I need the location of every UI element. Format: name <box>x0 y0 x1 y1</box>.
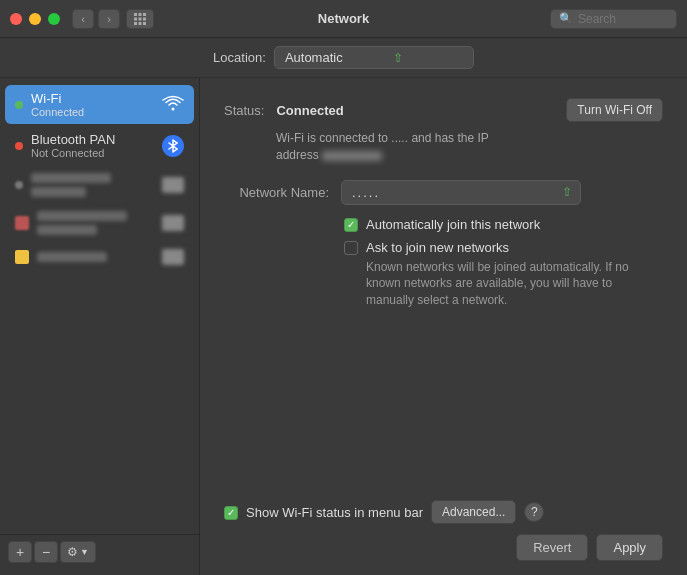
traffic-lights <box>10 13 60 25</box>
right-panel: Status: Connected Turn Wi-Fi Off Wi-Fi i… <box>200 78 687 575</box>
ip-address-blur <box>322 151 382 161</box>
wifi-status-dot <box>15 101 23 109</box>
colored-item[interactable] <box>5 243 194 271</box>
search-box[interactable]: 🔍 <box>550 9 677 29</box>
network-settings-button[interactable]: ⚙ ▼ <box>60 541 96 563</box>
network-name-select[interactable]: ..... ⇧ <box>341 180 581 205</box>
svg-point-9 <box>172 107 175 110</box>
ask-join-checkbox[interactable] <box>344 241 358 255</box>
yellow-icon <box>15 250 29 264</box>
blurred-item-1[interactable] <box>5 167 194 203</box>
svg-rect-5 <box>143 17 146 20</box>
help-button[interactable]: ? <box>524 502 544 522</box>
maximize-button[interactable] <box>48 13 60 25</box>
bottom-bar: ✓ Show Wi-Fi status in menu bar Advanced… <box>224 500 663 524</box>
titlebar: ‹ › Network 🔍 <box>0 0 687 38</box>
status-description: Wi-Fi is connected to ..... and has the … <box>276 130 663 164</box>
network-name-value: ..... <box>352 185 562 200</box>
bt-info: Bluetooth PAN Not Connected <box>31 132 115 159</box>
main-content: Wi-Fi Connected Bluetooth PAN <box>0 78 687 575</box>
forward-button[interactable]: › <box>98 9 120 29</box>
bt-status-dot <box>15 142 23 150</box>
status-value: Connected <box>276 103 343 118</box>
blurred-item-2[interactable] <box>5 205 194 241</box>
sidebar-item-wifi[interactable]: Wi-Fi Connected <box>5 85 194 124</box>
ask-join-row: Ask to join new networks <box>344 240 663 255</box>
sidebar-toolbar: + − ⚙ ▼ <box>0 534 199 569</box>
search-input[interactable] <box>578 12 668 26</box>
ask-join-label: Ask to join new networks <box>366 240 509 255</box>
bt-status: Not Connected <box>31 147 115 159</box>
network-name-label: Network Name: <box>224 185 329 200</box>
location-arrow-icon: ⇧ <box>393 51 403 65</box>
remove-network-button[interactable]: − <box>34 541 58 563</box>
gear-icon: ⚙ <box>67 545 78 559</box>
bt-name: Bluetooth PAN <box>31 132 115 147</box>
wifi-status: Connected <box>31 106 84 118</box>
close-button[interactable] <box>10 13 22 25</box>
revert-button[interactable]: Revert <box>516 534 588 561</box>
location-bar: Location: Automatic ⇧ <box>0 38 687 78</box>
auto-join-checkbox[interactable]: ✓ <box>344 218 358 232</box>
apps-button[interactable] <box>126 9 154 29</box>
window-title: Network <box>318 11 369 26</box>
status-row: Status: Connected Turn Wi-Fi Off <box>224 98 663 122</box>
advanced-button[interactable]: Advanced... <box>431 500 516 524</box>
network-name-row: Network Name: ..... ⇧ <box>224 180 663 205</box>
show-wifi-label: Show Wi-Fi status in menu bar <box>246 505 423 520</box>
sidebar-bt-left: Bluetooth PAN Not Connected <box>15 132 115 159</box>
sidebar-wifi-left: Wi-Fi Connected <box>15 91 84 118</box>
auto-join-row: ✓ Automatically join this network <box>344 217 663 232</box>
options-area: ✓ Automatically join this network Ask to… <box>344 217 663 309</box>
sidebar: Wi-Fi Connected Bluetooth PAN <box>0 78 200 575</box>
nav-buttons: ‹ › <box>72 9 120 29</box>
apply-button[interactable]: Apply <box>596 534 663 561</box>
minimize-button[interactable] <box>29 13 41 25</box>
gear-arrow-icon: ▼ <box>80 547 89 557</box>
wifi-name: Wi-Fi <box>31 91 84 106</box>
status-label: Status: <box>224 103 264 118</box>
show-wifi-row: ✓ Show Wi-Fi status in menu bar <box>224 505 423 520</box>
wifi-info: Wi-Fi Connected <box>31 91 84 118</box>
svg-rect-4 <box>139 17 142 20</box>
svg-rect-6 <box>134 22 137 25</box>
sidebar-item-bluetooth[interactable]: Bluetooth PAN Not Connected <box>5 126 194 165</box>
svg-rect-0 <box>134 13 137 16</box>
auto-join-label: Automatically join this network <box>366 217 540 232</box>
svg-rect-1 <box>139 13 142 16</box>
show-wifi-checkbox[interactable]: ✓ <box>224 506 238 520</box>
ask-join-description: Known networks will be joined automatica… <box>366 259 663 309</box>
bottom-actions: Revert Apply <box>224 534 663 561</box>
network-name-arrow-icon: ⇧ <box>562 185 572 199</box>
turn-wifi-button[interactable]: Turn Wi-Fi Off <box>566 98 663 122</box>
wifi-icon <box>162 95 184 115</box>
add-network-button[interactable]: + <box>8 541 32 563</box>
checkmark-icon: ✓ <box>347 220 355 230</box>
svg-rect-2 <box>143 13 146 16</box>
svg-rect-7 <box>139 22 142 25</box>
show-wifi-checkmark-icon: ✓ <box>227 508 235 518</box>
location-select[interactable]: Automatic ⇧ <box>274 46 474 69</box>
svg-rect-3 <box>134 17 137 20</box>
location-label: Location: <box>213 50 266 65</box>
svg-rect-8 <box>143 22 146 25</box>
bluetooth-icon <box>162 135 184 157</box>
search-icon: 🔍 <box>559 12 573 25</box>
location-value: Automatic <box>285 50 343 65</box>
back-button[interactable]: ‹ <box>72 9 94 29</box>
